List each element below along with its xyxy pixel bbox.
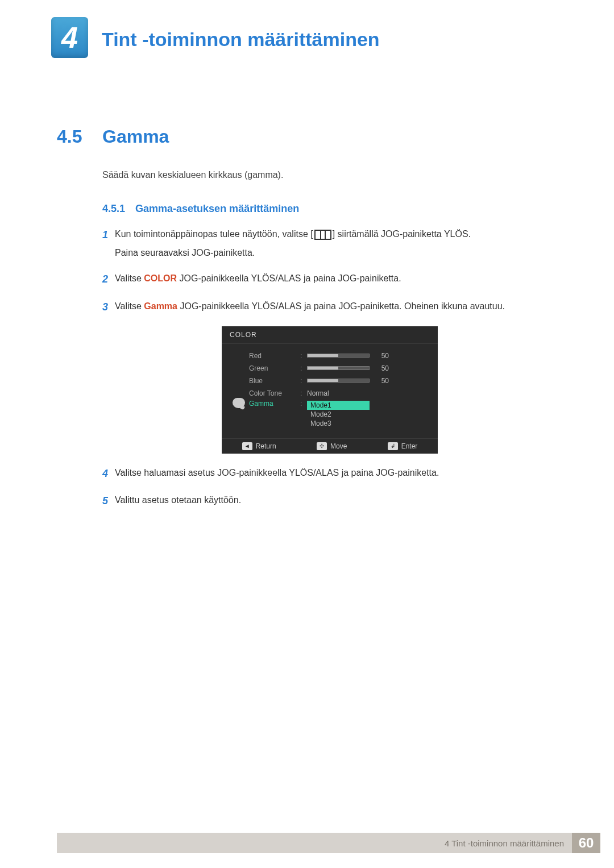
osd-label-selected: Gamma [249, 400, 300, 408]
osd-footer-label: Enter [401, 442, 418, 450]
step-text: Kun toimintonäppäinopas tulee näyttöön, … [115, 229, 313, 239]
step-text: Valitse [115, 301, 144, 311]
osd-value: Normal [307, 389, 329, 397]
osd-label: Green [249, 364, 300, 372]
subsection-heading: 4.5.1 Gamma-asetuksen määrittäminen [102, 203, 557, 215]
palette-icon [233, 398, 245, 408]
section-number: 4.5 [57, 126, 102, 147]
step-text: JOG-painikkeella YLÖS/ALAS ja paina JOG-… [177, 301, 505, 311]
osd-option-active: Mode1 [307, 401, 370, 410]
step-text: JOG-painikkeella YLÖS/ALAS ja paina JOG-… [177, 273, 401, 283]
step-2: 2 Valitse COLOR JOG-painikkeella YLÖS/AL… [102, 271, 557, 288]
step-3: 3 Valitse Gamma JOG-painikkeella YLÖS/AL… [102, 298, 557, 316]
osd-footer: ◄ Return ✢ Move ↲ Enter [222, 438, 438, 454]
step-text: Valittu asetus otetaan käyttöön. [115, 492, 557, 510]
step-number: 5 [102, 492, 115, 510]
osd-row-red: Red : 50 [249, 350, 431, 362]
step-1: 1 Kun toimintonäppäinopas tulee näyttöön… [102, 226, 557, 260]
osd-option: Mode3 [307, 419, 370, 428]
osd-row-blue: Blue : 50 [249, 375, 431, 387]
step-number: 4 [102, 465, 115, 483]
footer-chapter-label: 4 Tint -toiminnon määrittäminen [57, 833, 572, 853]
osd-footer-move: ✢ Move [317, 442, 347, 450]
chapter-title: Tint -toiminnon määrittäminen [102, 28, 380, 51]
step-number: 2 [102, 271, 115, 288]
slider [307, 354, 370, 358]
osd-row-gamma: Gamma : Mode1 Mode2 Mode3 [249, 400, 431, 428]
step-number: 3 [102, 298, 115, 316]
slider [307, 379, 370, 383]
osd-footer-enter: ↲ Enter [388, 442, 418, 450]
osd-footer-return: ◄ Return [242, 442, 276, 450]
page-header: 4 Tint -toiminnon määrittäminen [0, 0, 614, 58]
section-heading: 4.5 Gamma [57, 126, 557, 147]
osd-footer-label: Move [330, 442, 347, 450]
subsection-title: Gamma-asetuksen määrittäminen [135, 203, 299, 215]
chapter-number-badge: 4 [51, 17, 88, 58]
osd-row-green: Green : 50 [249, 362, 431, 375]
osd-label: Red [249, 352, 300, 360]
subsection-number: 4.5.1 [102, 203, 125, 215]
osd-label: Blue [249, 377, 300, 385]
step-text: Paina seuraavaksi JOG-painiketta. [115, 245, 557, 260]
section-intro: Säädä kuvan keskialueen kirkkaus (gamma)… [102, 170, 557, 180]
enter-key-icon: ↲ [388, 442, 398, 450]
osd-label: Color Tone [249, 389, 300, 397]
step-text: Valitse haluamasi asetus JOG-painikkeell… [115, 465, 557, 483]
return-key-icon: ◄ [242, 442, 252, 450]
osd-option: Mode2 [307, 410, 370, 419]
page-content: 4.5 Gamma Säädä kuvan keskialueen kirkka… [0, 58, 614, 510]
page-footer: 4 Tint -toiminnon määrittäminen 60 [57, 833, 600, 853]
step-4: 4 Valitse haluamasi asetus JOG-painikkee… [102, 465, 557, 483]
move-key-icon: ✢ [317, 442, 327, 450]
step-5: 5 Valittu asetus otetaan käyttöön. [102, 492, 557, 510]
osd-panel: COLOR Red : 50 Green : 50 [222, 326, 438, 454]
osd-row-colortone: Color Tone : Normal [249, 387, 431, 400]
step-text: Valitse [115, 273, 144, 283]
menu-icon [314, 230, 331, 240]
osd-option-list: Mode1 Mode2 Mode3 [307, 401, 370, 428]
osd-value: 50 [375, 377, 389, 385]
highlight-color: COLOR [144, 273, 177, 283]
step-list: 1 Kun toimintonäppäinopas tulee näyttöön… [102, 226, 557, 510]
osd-value: 50 [375, 352, 389, 360]
page-number: 60 [572, 833, 600, 853]
osd-footer-label: Return [256, 442, 276, 450]
osd-title: COLOR [222, 326, 438, 344]
osd-value: 50 [375, 364, 389, 372]
highlight-gamma: Gamma [144, 301, 177, 311]
step-number: 1 [102, 226, 115, 260]
step-text: ] siirtämällä JOG-painiketta YLÖS. [333, 229, 471, 239]
slider [307, 366, 370, 370]
section-title: Gamma [102, 126, 169, 147]
